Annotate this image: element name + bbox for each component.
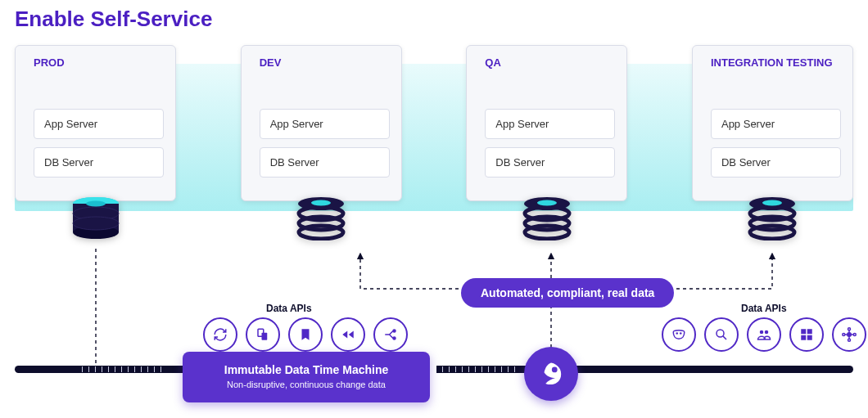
- search-icon: [704, 317, 739, 352]
- svg-point-22: [762, 200, 782, 205]
- branch-icon: [373, 317, 408, 352]
- bookmark-icon: [288, 317, 323, 352]
- time-machine-ticks: [442, 366, 515, 372]
- svg-rect-24: [262, 333, 268, 340]
- database-virtual-icon: [747, 196, 798, 240]
- svg-point-40: [853, 334, 856, 336]
- svg-rect-33: [807, 329, 812, 334]
- svg-point-17: [537, 200, 557, 205]
- central-pill-label: Automated, compliant, real data: [461, 278, 674, 308]
- env-box-app-server: App Server: [260, 109, 390, 139]
- env-title: INTEGRATION TESTING: [711, 57, 841, 70]
- env-card-prod: PROD App Server DB Server: [15, 45, 176, 201]
- database-solid-icon: [70, 196, 121, 240]
- svg-rect-35: [807, 335, 812, 340]
- svg-point-38: [848, 339, 851, 341]
- env-box-app-server: App Server: [485, 109, 615, 139]
- svg-point-27: [676, 332, 678, 335]
- delphix-logo-icon: [524, 347, 578, 401]
- time-machine-box: Immutable Data Time Machine Non-disrupti…: [183, 352, 430, 402]
- database-virtual-icon: [522, 196, 572, 240]
- env-box-db-server: DB Server: [711, 147, 841, 178]
- svg-point-26: [393, 337, 396, 339]
- env-title: PROD: [34, 57, 164, 70]
- refresh-icon: [203, 317, 237, 352]
- data-apis-label-right: Data APIs: [741, 303, 787, 314]
- svg-point-12: [311, 200, 331, 205]
- time-machine-ticks: [82, 366, 161, 372]
- svg-point-28: [680, 332, 682, 335]
- svg-point-29: [717, 330, 724, 337]
- env-card-dev: DEV App Server DB Server: [241, 45, 402, 201]
- integrations-icon: [832, 317, 866, 352]
- env-box-app-server: App Server: [34, 109, 164, 139]
- svg-point-31: [765, 330, 769, 335]
- database-virtual-icon: [296, 196, 346, 240]
- env-card-integration-testing: INTEGRATION TESTING App Server DB Server: [692, 45, 853, 201]
- time-machine-subtitle: Non-disruptive, continuous change data: [227, 380, 386, 389]
- svg-point-7: [86, 200, 106, 206]
- mask-icon: [662, 317, 696, 352]
- env-box-db-server: DB Server: [485, 147, 615, 178]
- svg-point-36: [848, 333, 852, 337]
- svg-point-39: [843, 334, 845, 336]
- svg-point-6: [73, 217, 119, 230]
- svg-point-37: [848, 328, 851, 330]
- copy-icon: [246, 317, 280, 352]
- time-machine-title: Immutable Data Time Machine: [224, 363, 388, 376]
- page-title: Enable Self-Service: [15, 7, 212, 32]
- environment-row: PROD App Server DB Server DEV App Server…: [15, 45, 853, 201]
- env-box-db-server: DB Server: [34, 147, 164, 178]
- svg-rect-32: [801, 329, 806, 334]
- svg-rect-34: [801, 335, 806, 340]
- rewind-icon: [331, 317, 365, 352]
- env-box-app-server: App Server: [711, 109, 841, 139]
- api-row-right: [662, 317, 866, 352]
- api-row-left: [203, 317, 408, 352]
- env-title: QA: [485, 57, 615, 70]
- svg-point-41: [552, 367, 558, 373]
- env-box-db-server: DB Server: [260, 147, 390, 178]
- data-apis-label-left: Data APIs: [266, 303, 312, 314]
- grid-icon: [789, 317, 824, 352]
- users-icon: [747, 317, 781, 352]
- svg-point-30: [760, 330, 764, 335]
- env-card-qa: QA App Server DB Server: [466, 45, 627, 201]
- svg-point-25: [393, 330, 396, 332]
- env-title: DEV: [260, 57, 390, 70]
